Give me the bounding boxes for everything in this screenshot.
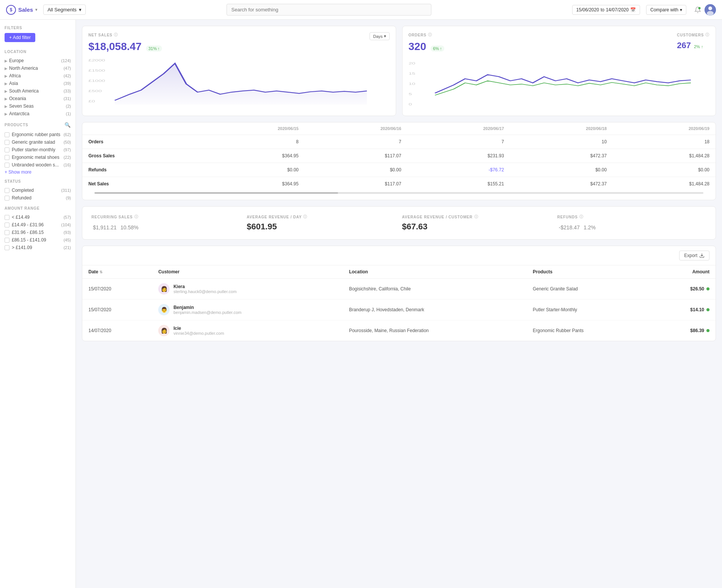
date-from: 15/06/2020 [576, 7, 599, 13]
svg-text:£0: £0 [88, 99, 95, 103]
status-indicator [706, 308, 709, 311]
net-sales-card: NET SALES ⓘ $18,058.47 31% ↑ Da [82, 26, 396, 116]
amount-count: (21) [63, 245, 71, 250]
status-checkbox[interactable] [5, 188, 9, 193]
order-product: Generic Granite Salad [527, 279, 653, 299]
recurring-sales-stat: RECURRING SALES ⓘ $1,911.21 10.58% [91, 214, 241, 232]
add-filter-button[interactable]: + Add filter [5, 33, 35, 42]
orders-info-icon[interactable]: ⓘ [428, 32, 432, 38]
avg-revenue-day-value: $601.95 [247, 222, 396, 232]
amount-checkbox[interactable] [5, 230, 9, 235]
product-checkbox[interactable] [5, 147, 9, 152]
status-indicator [706, 287, 709, 290]
location-item[interactable]: ▶Oceania(31) [5, 95, 71, 102]
recurring-info-icon[interactable]: ⓘ [134, 214, 138, 220]
order-customer: 👩 Kiera sterling.hauck0@demo.putler.com [152, 279, 343, 299]
row-value: $472.37 [510, 149, 613, 163]
recurring-sales-value: $1,911.21 10.58% [91, 222, 241, 232]
location-item[interactable]: ▶Asia(39) [5, 80, 71, 87]
order-product: Ergonomic Rubber Pants [527, 320, 653, 341]
svg-text:10: 10 [409, 82, 415, 86]
row-value: $364.95 [202, 149, 305, 163]
main-layout: FILTERS + Add filter LOCATION ▶Europe(12… [0, 20, 722, 588]
orders-col-amount: Amount [653, 265, 716, 279]
status-checkbox[interactable] [5, 196, 9, 201]
data-table: 2020/06/15 2020/06/16 2020/06/17 2020/06… [82, 122, 716, 191]
location-item[interactable]: ▶Europe(124) [5, 57, 71, 64]
location-name: Antarctica [9, 111, 29, 116]
date-separator: to [601, 7, 604, 13]
table-header-date3: 2020/06/17 [407, 122, 510, 135]
status-list: Completed(311)Refunded(9) [5, 187, 71, 202]
compare-button[interactable]: Compare with ▾ [646, 5, 686, 15]
amount-checkbox[interactable] [5, 223, 9, 227]
notification-icon[interactable] [692, 5, 703, 15]
location-item[interactable]: ▶Africa(42) [5, 72, 71, 80]
amount-checkbox[interactable] [5, 215, 9, 220]
date-sort-icon[interactable]: ⇅ [99, 270, 102, 274]
location-arrow-icon: ▶ [5, 112, 8, 116]
amount-item: > £141.09(21) [5, 244, 71, 251]
location-name: South America [9, 88, 39, 94]
refunds-info-icon[interactable]: ⓘ [579, 214, 584, 220]
product-checkbox[interactable] [5, 155, 9, 160]
compare-chevron-icon: ▾ [680, 7, 682, 13]
location-item[interactable]: ▶North America(47) [5, 64, 71, 72]
order-customer: 👩 Icie vinnie34@demo.putler.com [152, 320, 343, 341]
location-arrow-icon: ▶ [5, 82, 8, 86]
svg-text:2020/07/09: 2020/07/09 [631, 109, 657, 110]
orders-col-date: Date ⇅ [82, 265, 152, 279]
product-checkbox[interactable] [5, 132, 9, 137]
order-date: 15/07/2020 [82, 279, 152, 299]
date-range-picker[interactable]: 15/06/2020 to 14/07/2020 📅 [572, 5, 640, 15]
row-value: $0.00 [305, 163, 407, 177]
location-item[interactable]: ▶Antarctica(1) [5, 110, 71, 118]
net-sales-label: NET SALES ⓘ [88, 32, 162, 38]
days-button[interactable]: Days ▾ [370, 32, 389, 40]
app-container: $ Sales ▾ All Segments ▾ 15/06/2020 to 1… [0, 0, 722, 588]
amount-item: £14.49 - £31.96(104) [5, 221, 71, 229]
order-amount: $26.50 [653, 279, 716, 299]
location-item[interactable]: ▶South America(33) [5, 87, 71, 95]
search-input[interactable] [227, 4, 431, 16]
order-amount: $14.10 [653, 299, 716, 320]
product-name: Generic granite salad [12, 140, 61, 145]
amount-checkbox[interactable] [5, 245, 9, 250]
customer-name: Kiera [173, 284, 236, 289]
status-name: Completed [12, 188, 59, 193]
table-row: Gross Sales$364.95$117.07$231.93$472.37$… [82, 149, 716, 163]
status-title: STATUS [5, 179, 71, 183]
export-button[interactable]: Export [679, 251, 709, 260]
location-count: (2) [66, 104, 71, 108]
avg-customer-info-icon[interactable]: ⓘ [474, 214, 478, 220]
product-checkbox[interactable] [5, 163, 9, 168]
row-value: $117.07 [305, 149, 407, 163]
products-search-icon[interactable]: 🔍 [64, 122, 71, 128]
customers-label: CUSTOMERS ⓘ [677, 32, 709, 38]
user-avatar[interactable] [705, 4, 716, 16]
amount-checkbox[interactable] [5, 238, 9, 243]
orders-col-location: Location [343, 265, 527, 279]
order-row: 15/07/2020 👩 Kiera sterling.hauck0@demo.… [82, 279, 716, 299]
logo[interactable]: $ Sales ▾ [6, 5, 37, 15]
avg-revenue-customer-stat: AVERAGE REVENUE / CUSTOMER ⓘ $67.63 [402, 214, 551, 232]
row-value: $1,484.28 [613, 177, 716, 191]
filters-title: FILTERS [5, 26, 71, 30]
row-label: Refunds [82, 163, 202, 177]
net-sales-value: $18,058.47 [88, 41, 142, 53]
orders-chart: 20 15 10 5 0 2020/06/15 2020/06/23 [409, 60, 710, 110]
customers-info-icon[interactable]: ⓘ [705, 32, 709, 38]
order-date: 14/07/2020 [82, 320, 152, 341]
product-checkbox[interactable] [5, 140, 9, 145]
svg-text:2020/06/15: 2020/06/15 [435, 109, 461, 110]
net-sales-info-icon[interactable]: ⓘ [114, 32, 118, 38]
location-item[interactable]: ▶Seven Seas(2) [5, 102, 71, 110]
products-title: PRODUCTS 🔍 [5, 122, 71, 128]
avg-day-info-icon[interactable]: ⓘ [303, 214, 307, 220]
orders-value: 320 [409, 41, 426, 53]
svg-text:2020/07/01: 2020/07/01 [243, 106, 269, 107]
segment-select[interactable]: All Segments ▾ [43, 5, 86, 15]
location-list: ▶Europe(124)▶North America(47)▶Africa(42… [5, 57, 71, 118]
orders-table-card: Export Date ⇅ Customer Location Products [82, 246, 716, 341]
show-more-link[interactable]: + Show more [5, 169, 71, 175]
